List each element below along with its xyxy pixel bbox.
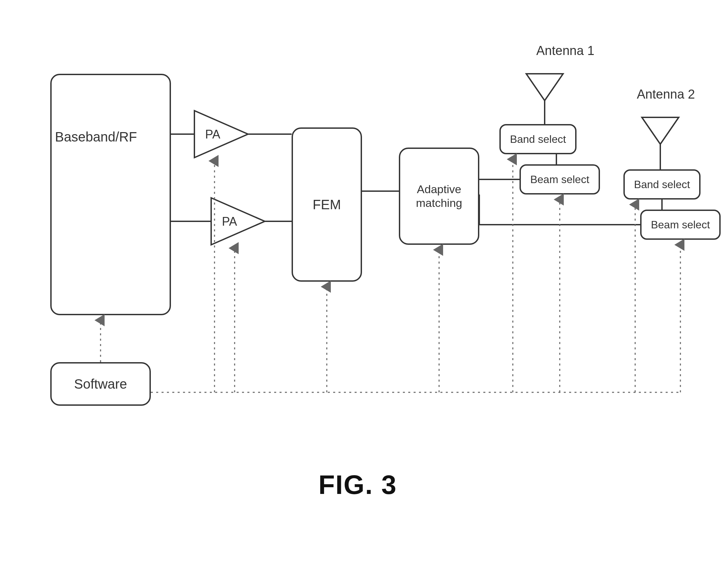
label-fem: FEM xyxy=(309,197,344,213)
label-band-select-1: Band select xyxy=(506,133,569,146)
block-beam-select-2: Beam select xyxy=(640,210,721,240)
antenna-2-icon xyxy=(642,117,679,169)
block-software: Software xyxy=(50,362,151,406)
label-band-select-2: Band select xyxy=(630,178,693,191)
block-band-select-2: Band select xyxy=(623,169,701,200)
figure-label: FIG. 3 xyxy=(318,469,397,500)
antenna-1-icon xyxy=(526,74,563,124)
block-band-select-1: Band select xyxy=(499,124,577,154)
pa-amplifier-2: PA xyxy=(211,198,265,245)
svg-marker-2 xyxy=(526,74,563,101)
label-pa1: PA xyxy=(205,127,220,141)
label-adaptive: Adaptive matching xyxy=(400,182,478,210)
label-baseband: Baseband/RF xyxy=(52,129,140,145)
label-pa2: PA xyxy=(222,215,237,228)
label-antenna-2: Antenna 2 xyxy=(637,87,695,102)
svg-marker-1 xyxy=(211,198,265,245)
label-beam-select-1: Beam select xyxy=(527,173,593,186)
label-beam-select-2: Beam select xyxy=(648,218,713,231)
block-adaptive-matching: Adaptive matching xyxy=(399,148,479,245)
block-fem: FEM xyxy=(292,127,362,282)
pa-amplifier-1: PA xyxy=(194,111,248,158)
diagram-stage: Baseband/RF Software FEM Adaptive matchi… xyxy=(0,0,728,561)
svg-marker-4 xyxy=(642,117,679,144)
label-antenna-1: Antenna 1 xyxy=(536,44,594,58)
block-baseband: Baseband/RF xyxy=(50,74,171,315)
block-beam-select-1: Beam select xyxy=(520,164,600,194)
svg-marker-0 xyxy=(194,111,248,158)
label-software: Software xyxy=(71,376,130,392)
